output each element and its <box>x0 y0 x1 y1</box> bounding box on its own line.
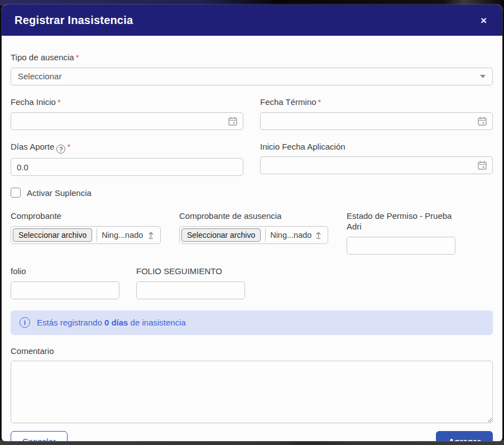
chevron-down-icon <box>480 75 486 78</box>
folio-input[interactable] <box>11 281 119 299</box>
info-icon: i <box>20 317 30 328</box>
comentario-textarea[interactable] <box>11 361 493 423</box>
calendar-icon[interactable] <box>228 116 238 126</box>
calendar-icon[interactable] <box>477 160 487 170</box>
folio-label: folio <box>11 266 119 277</box>
modal-body: Tipo de ausencia* Seleccionar Fecha Inic… <box>2 36 502 441</box>
fecha-termino-label: Fecha Término* <box>260 97 493 108</box>
fecha-inicio-label: Fecha Inicio* <box>11 97 243 108</box>
comprobante-field: Comprobante Seleccionar archivo Ning...n… <box>11 211 161 255</box>
fecha-inicio-field: Fecha Inicio* <box>11 97 243 130</box>
estado-permiso-input[interactable] <box>347 237 455 255</box>
folio-field: folio <box>11 266 119 299</box>
divider <box>97 228 97 242</box>
tipo-ausencia-field: Tipo de ausencia* Seleccionar <box>11 52 493 85</box>
comprobante-file-status: Ning...nado <box>102 231 147 240</box>
required-asterisk: * <box>76 52 79 62</box>
registrar-inasistencia-modal: Registrar Inasistencia × Tipo de ausenci… <box>2 4 502 441</box>
folio-seguimiento-field: FOLIO SEGUIMIENTO <box>136 266 245 299</box>
tipo-ausencia-label: Tipo de ausencia* <box>11 52 493 63</box>
fecha-inicio-input[interactable] <box>16 113 228 130</box>
dias-aporte-row: Días Aporte?* Inicio Fecha Aplicación <box>11 142 493 176</box>
fecha-termino-input-wrap <box>260 112 493 130</box>
folio-row: folio FOLIO SEGUIMIENTO <box>11 266 493 299</box>
comprobante-ausencia-file-status: Ning...nado <box>270 231 314 240</box>
activar-suplencia-label: Activar Suplencia <box>27 188 92 198</box>
fecha-termino-field: Fecha Término* <box>260 97 493 130</box>
required-asterisk: * <box>318 97 321 107</box>
comprobante-ausencia-file-input[interactable]: Seleccionar archivo Ning...nado <box>179 226 328 244</box>
tipo-ausencia-select[interactable]: Seleccionar <box>11 68 493 85</box>
activar-suplencia-checkbox[interactable] <box>11 188 21 198</box>
required-asterisk: * <box>67 142 70 151</box>
cancel-button[interactable]: Cancelar <box>11 431 68 441</box>
comprobante-file-input[interactable]: Seleccionar archivo Ning...nado <box>11 226 161 244</box>
inicio-fecha-aplicacion-input-wrap <box>260 156 493 174</box>
submit-button[interactable]: Agregar <box>436 431 493 441</box>
close-icon[interactable]: × <box>478 13 489 28</box>
inicio-fecha-aplicacion-field: Inicio Fecha Aplicación <box>260 142 493 176</box>
fecha-inicio-input-wrap <box>11 112 243 130</box>
comprobantes-row: Comprobante Seleccionar archivo Ning...n… <box>11 211 493 255</box>
estado-permiso-field: Estado de Permiso - Prueba Adri <box>347 211 458 255</box>
divider <box>265 228 266 242</box>
upload-icon <box>147 231 155 240</box>
fecha-termino-input[interactable] <box>266 113 477 130</box>
dias-aporte-input[interactable] <box>11 158 243 176</box>
folio-seguimiento-label: FOLIO SEGUIMIENTO <box>136 266 245 277</box>
help-icon[interactable]: ? <box>56 145 65 154</box>
comprobante-ausencia-field: Comprobante de asusencia Seleccionar arc… <box>179 211 328 255</box>
calendar-icon[interactable] <box>477 116 487 126</box>
inicio-fecha-aplicacion-input[interactable] <box>266 157 477 174</box>
folio-seguimiento-input[interactable] <box>136 281 245 299</box>
fechas-row: Fecha Inicio* Fecha Término* <box>11 97 493 130</box>
comprobante-ausencia-file-button[interactable]: Seleccionar archivo <box>181 228 261 242</box>
activar-suplencia-row: Activar Suplencia <box>11 188 493 198</box>
comprobante-label: Comprobante <box>11 211 161 222</box>
info-banner-text: Estás registrando 0 días de inasistencia <box>37 318 186 327</box>
comprobante-ausencia-label: Comprobante de asusencia <box>179 211 328 222</box>
upload-icon <box>314 231 323 240</box>
modal-header: Registrar Inasistencia × <box>2 4 502 36</box>
modal-footer: Cancelar Agregar <box>11 425 493 441</box>
modal-title: Registrar Inasistencia <box>15 14 133 27</box>
info-banner-days: 0 días <box>104 318 128 327</box>
inicio-fecha-aplicacion-label: Inicio Fecha Aplicación <box>260 142 493 152</box>
dias-aporte-field: Días Aporte?* <box>11 142 243 176</box>
dias-aporte-label: Días Aporte?* <box>11 142 243 154</box>
estado-permiso-label: Estado de Permiso - Prueba Adri <box>347 211 458 232</box>
comentario-label: Comentario <box>11 346 493 357</box>
required-asterisk: * <box>57 97 61 107</box>
comentario-field: Comentario <box>11 346 493 426</box>
info-banner: i Estás registrando 0 días de inasistenc… <box>11 310 493 335</box>
tipo-ausencia-selected-value: Seleccionar <box>18 71 61 81</box>
comprobante-file-button[interactable]: Seleccionar archivo <box>13 228 92 242</box>
